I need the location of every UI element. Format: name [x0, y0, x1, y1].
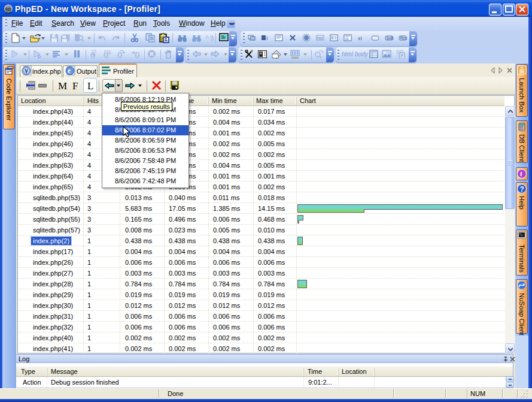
svg-text:I: I [266, 35, 268, 41]
svg-text:A: A [205, 34, 209, 40]
svg-text:Res: Res [400, 36, 407, 40]
svg-text:{}: {} [117, 51, 123, 58]
svg-text:{}: {} [104, 51, 109, 58]
svg-text:SuB: SuB [386, 36, 393, 40]
svg-text:f: f [520, 170, 522, 177]
svg-text:B: B [211, 37, 214, 42]
svg-text:xI: xI [358, 35, 362, 41]
svg-text:{}: {} [135, 51, 140, 58]
svg-text:hid: hid [317, 36, 323, 40]
svg-text:D: D [38, 55, 41, 58]
svg-text:PHP: PHP [6, 11, 11, 14]
svg-text:?: ? [520, 185, 524, 194]
svg-text:e: e [68, 67, 71, 74]
